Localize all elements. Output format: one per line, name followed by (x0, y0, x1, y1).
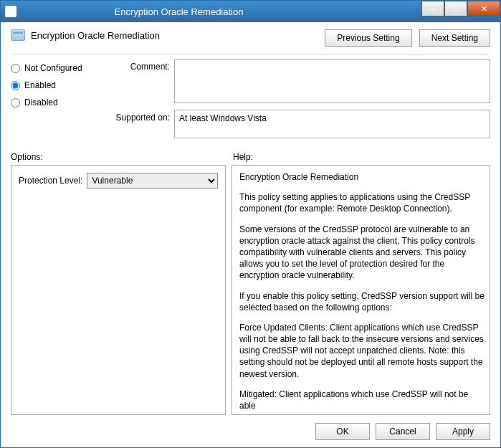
supported-label: Supported on: (104, 110, 174, 123)
apply-button[interactable]: Apply (436, 423, 490, 440)
next-setting-button[interactable]: Next Setting (419, 29, 490, 47)
help-text: This policy setting applies to applicati… (239, 191, 485, 214)
minimize-button[interactable]: — (421, 1, 444, 16)
options-panel: Protection Level: Vulnerable (11, 165, 226, 415)
protection-level-select[interactable]: Vulnerable (87, 173, 218, 189)
window-controls: — ☐ ✕ (421, 1, 500, 22)
radio-label: Disabled (24, 97, 58, 108)
comment-textarea[interactable] (174, 59, 490, 103)
radio-label: Not Configured (24, 63, 82, 73)
ok-button[interactable]: OK (315, 423, 370, 440)
help-text: Encryption Oracle Remediation (239, 171, 485, 183)
header-area: Encryption Oracle Remediation Previous S… (1, 22, 500, 54)
radio-disabled-input[interactable] (11, 98, 20, 108)
window-title: Encryption Oracle Remediation (22, 6, 421, 17)
maximize-button[interactable]: ☐ (444, 1, 467, 16)
help-section-label: Help: (233, 152, 253, 162)
config-row: Not Configured Enabled Disabled Comment:… (1, 54, 500, 140)
radio-enabled[interactable]: Enabled (11, 80, 104, 90)
radio-not-configured[interactable]: Not Configured (11, 63, 104, 73)
close-button[interactable]: ✕ (467, 1, 500, 16)
help-panel[interactable]: Encryption Oracle Remediation This polic… (232, 165, 490, 415)
policy-icon (11, 29, 25, 41)
help-text: Force Updated Clients: Client applicatio… (239, 322, 485, 380)
help-text: If you enable this policy setting, CredS… (239, 290, 485, 313)
radio-label: Enabled (24, 80, 56, 90)
app-icon (5, 6, 16, 17)
help-text: Mitigated: Client applications which use… (239, 389, 485, 411)
footer: OK Cancel Apply (1, 415, 500, 447)
cancel-button[interactable]: Cancel (376, 423, 430, 440)
panels-row: Protection Level: Vulnerable Encryption … (1, 165, 500, 415)
radio-enabled-input[interactable] (11, 81, 20, 90)
protection-level-label: Protection Level: (19, 176, 82, 186)
help-text: Some versions of the CredSSP protocol ar… (239, 224, 485, 282)
options-section-label: Options: (11, 152, 233, 162)
supported-on-field (174, 110, 490, 138)
radio-disabled[interactable]: Disabled (11, 97, 104, 108)
policy-title: Encryption Oracle Remediation (31, 30, 160, 41)
section-labels: Options: Help: (1, 148, 500, 165)
state-radio-group: Not Configured Enabled Disabled (11, 59, 104, 140)
radio-not-configured-input[interactable] (11, 64, 20, 73)
titlebar: Encryption Oracle Remediation — ☐ ✕ (1, 1, 500, 22)
comment-label: Comment: (104, 59, 174, 72)
previous-setting-button[interactable]: Previous Setting (325, 29, 411, 47)
dialog-window: Encryption Oracle Remediation — ☐ ✕ Encr… (0, 0, 501, 448)
